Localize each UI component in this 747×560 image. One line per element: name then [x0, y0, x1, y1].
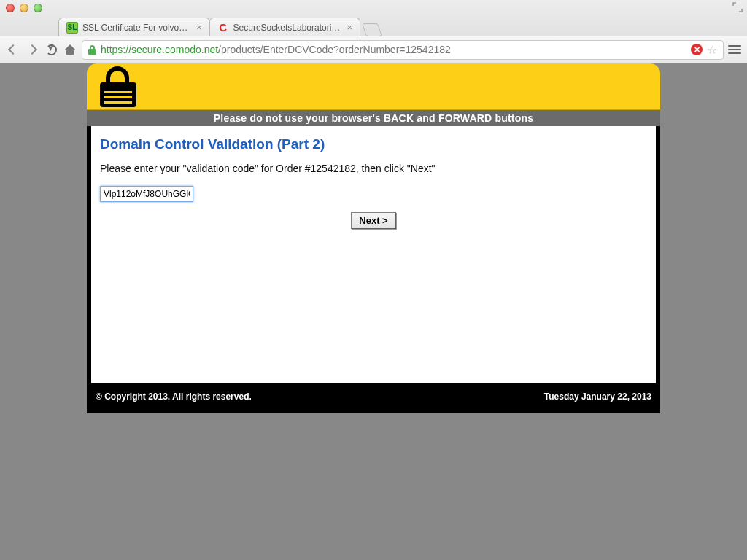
- close-tab-icon[interactable]: ×: [196, 22, 202, 33]
- browser-tab[interactable]: SL SSL Certificate For volvox.po… ×: [58, 18, 210, 36]
- page-footer: © Copyright 2013. All rights reserved. T…: [87, 383, 660, 413]
- forward-button[interactable]: [25, 42, 39, 57]
- page-heading: Domain Control Validation (Part 2): [100, 136, 647, 152]
- tab-strip: SL SSL Certificate For volvox.po… × C Se…: [0, 16, 747, 36]
- window-titlebar: [0, 0, 747, 16]
- home-button[interactable]: [63, 42, 77, 57]
- browser-tab[interactable]: C SecureSocketsLaboratories S… ×: [209, 18, 361, 36]
- traffic-lights: [6, 4, 42, 12]
- warning-bar: Please do not use your browser's BACK an…: [87, 110, 660, 126]
- page-container: Please do not use your browser's BACK an…: [87, 63, 660, 560]
- new-tab-button[interactable]: [362, 23, 382, 36]
- content-frame: Domain Control Validation (Part 2) Pleas…: [87, 126, 660, 383]
- fullscreen-icon[interactable]: [732, 2, 743, 12]
- address-bar[interactable]: https://secure.comodo.net/products/Enter…: [82, 40, 724, 60]
- browser-chrome: SL SSL Certificate For volvox.po… × C Se…: [0, 0, 747, 63]
- padlock-logo-icon: [100, 66, 136, 107]
- lock-icon: [88, 45, 96, 55]
- content-area: Domain Control Validation (Part 2) Pleas…: [91, 126, 656, 383]
- site-blocked-icon[interactable]: ✕: [691, 44, 703, 55]
- favicon-comodo-icon: C: [217, 22, 229, 34]
- home-icon: [64, 44, 76, 55]
- validation-code-input[interactable]: [100, 186, 193, 202]
- tab-title: SecureSocketsLaboratories S…: [233, 23, 343, 33]
- instruction-text: Please enter your "validation code" for …: [100, 163, 647, 174]
- footer-copyright: © Copyright 2013. All rights reserved.: [96, 392, 252, 402]
- url-scheme-host: https://secure.comodo.net: [101, 44, 218, 55]
- omnibox-actions: ✕ ☆: [691, 43, 717, 57]
- url-path: /products/EnterDCVCode?orderNumber=12542…: [218, 44, 451, 55]
- page-header: [87, 63, 660, 110]
- window-minimize-button[interactable]: [20, 4, 28, 12]
- reload-icon: [46, 44, 57, 55]
- page-viewport: Please do not use your browser's BACK an…: [0, 63, 747, 560]
- window-zoom-button[interactable]: [34, 4, 42, 12]
- reload-button[interactable]: [44, 42, 58, 57]
- menu-button[interactable]: [728, 43, 741, 56]
- bookmark-star-icon[interactable]: ☆: [707, 43, 717, 57]
- toolbar: https://secure.comodo.net/products/Enter…: [0, 36, 747, 63]
- back-button[interactable]: [6, 42, 20, 57]
- close-tab-icon[interactable]: ×: [347, 22, 353, 33]
- next-button[interactable]: Next >: [351, 212, 395, 229]
- url-text: https://secure.comodo.net/products/Enter…: [101, 44, 451, 55]
- favicon-sl-icon: SL: [66, 22, 78, 34]
- window-close-button[interactable]: [6, 4, 15, 12]
- footer-date: Tuesday January 22, 2013: [544, 392, 651, 402]
- tab-title: SSL Certificate For volvox.po…: [82, 23, 192, 33]
